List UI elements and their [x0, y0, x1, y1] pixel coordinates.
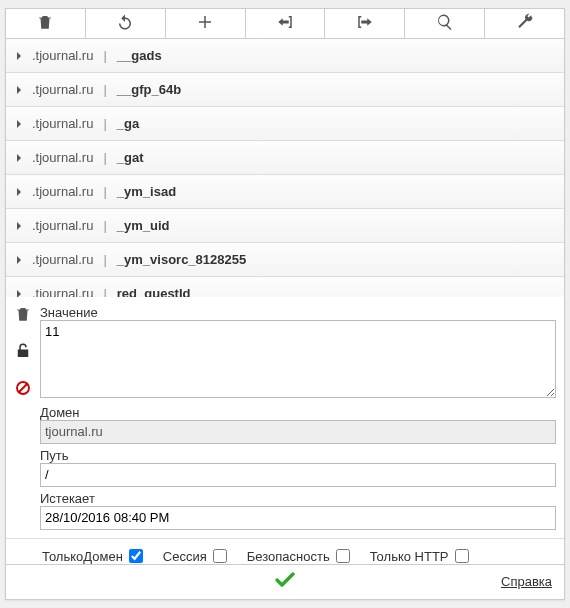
trash-icon[interactable] [14, 305, 32, 326]
path-label: Путь [40, 448, 556, 463]
footer: Справка [6, 564, 564, 599]
svg-line-1 [19, 383, 28, 392]
flags-row: ТолькоДомен Сессия Безопасность Только H… [6, 539, 564, 564]
cookie-row[interactable]: .tjournal.ru|_gat [6, 141, 564, 175]
path-input[interactable] [40, 463, 556, 487]
unlock-icon[interactable] [14, 342, 32, 363]
cookie-name: red_guestId [117, 286, 191, 296]
separator: | [103, 218, 106, 233]
cookie-list: .tjournal.ru|__gads.tjournal.ru|__gfp_64… [6, 39, 564, 296]
cookie-name: _ym_visorc_8128255 [117, 252, 246, 267]
separator: | [103, 82, 106, 97]
separator: | [103, 252, 106, 267]
secure-checkbox[interactable] [336, 549, 350, 563]
session-label: Сессия [163, 549, 207, 564]
cookie-name: _ga [117, 116, 139, 131]
cookie-row[interactable]: .tjournal.ru|__gads [6, 39, 564, 73]
expires-input[interactable] [40, 506, 556, 530]
hostonly-label: ТолькоДомен [42, 549, 123, 564]
cookie-name: __gfp_64b [117, 82, 181, 97]
block-icon[interactable] [14, 379, 32, 400]
trash-icon [36, 13, 54, 34]
separator: | [103, 184, 106, 199]
settings-button[interactable] [485, 9, 564, 38]
plus-icon [196, 13, 214, 34]
chevron-right-icon [14, 221, 24, 231]
import-button[interactable] [246, 9, 326, 38]
cookie-name: _ym_uid [117, 218, 170, 233]
chevron-right-icon [14, 119, 24, 129]
chevron-right-icon [14, 187, 24, 197]
cookie-name: _ym_isad [117, 184, 176, 199]
value-label: Значение [40, 305, 556, 320]
domain-label: Домен [40, 405, 556, 420]
help-link[interactable]: Справка [501, 574, 552, 589]
secure-label: Безопасность [247, 549, 330, 564]
cookie-name: __gads [117, 48, 162, 63]
cookie-row[interactable]: .tjournal.ru|_ym_visorc_8128255 [6, 243, 564, 277]
search-icon [436, 13, 454, 34]
cookie-row[interactable]: .tjournal.ru|__gfp_64b [6, 73, 564, 107]
separator: | [103, 286, 106, 296]
separator: | [103, 48, 106, 63]
separator: | [103, 116, 106, 131]
cookie-domain: .tjournal.ru [32, 150, 93, 165]
hostonly-checkbox[interactable] [129, 549, 143, 563]
restore-button[interactable] [86, 9, 166, 38]
cookie-editor-panel: .tjournal.ru|__gads.tjournal.ru|__gfp_64… [5, 8, 565, 600]
secure-group[interactable]: Безопасность [247, 549, 350, 564]
chevron-right-icon [14, 51, 24, 61]
cookie-name: _gat [117, 150, 144, 165]
session-group[interactable]: Сессия [163, 549, 227, 564]
chevron-right-icon [14, 153, 24, 163]
cookie-domain: .tjournal.ru [32, 116, 93, 131]
export-icon [356, 13, 374, 34]
cookie-domain: .tjournal.ru [32, 218, 93, 233]
import-icon [276, 13, 294, 34]
chevron-right-icon [14, 85, 24, 95]
domain-input[interactable] [40, 420, 556, 444]
cookie-domain: .tjournal.ru [32, 252, 93, 267]
confirm-button[interactable] [272, 568, 298, 595]
separator: | [103, 150, 106, 165]
cookie-row[interactable]: .tjournal.ru|_ym_uid [6, 209, 564, 243]
cookie-domain: .tjournal.ru [32, 286, 93, 296]
add-button[interactable] [166, 9, 246, 38]
wrench-icon [516, 13, 534, 34]
detail-side-actions [6, 297, 40, 530]
expires-label: Истекает [40, 491, 556, 506]
value-input[interactable] [40, 320, 556, 398]
httponly-label: Только HTTP [370, 549, 449, 564]
hostonly-group[interactable]: ТолькоДомен [42, 549, 143, 564]
cookie-detail: Значение Домен Путь Истекает [6, 297, 564, 539]
toolbar [6, 9, 564, 39]
httponly-group[interactable]: Только HTTP [370, 549, 469, 564]
undo-icon [116, 13, 134, 34]
cookie-row[interactable]: .tjournal.ru|_ym_isad [6, 175, 564, 209]
cookie-row[interactable]: .tjournal.ru|_ga [6, 107, 564, 141]
delete-button[interactable] [6, 9, 86, 38]
chevron-right-icon [14, 255, 24, 265]
cookie-row[interactable]: .tjournal.ru|red_guestId [6, 277, 564, 296]
chevron-right-icon [14, 289, 24, 297]
httponly-checkbox[interactable] [455, 549, 469, 563]
cookie-domain: .tjournal.ru [32, 82, 93, 97]
search-button[interactable] [405, 9, 485, 38]
detail-main: Значение Домен Путь Истекает [40, 297, 564, 530]
export-button[interactable] [325, 9, 405, 38]
session-checkbox[interactable] [213, 549, 227, 563]
cookie-domain: .tjournal.ru [32, 184, 93, 199]
cookie-domain: .tjournal.ru [32, 48, 93, 63]
